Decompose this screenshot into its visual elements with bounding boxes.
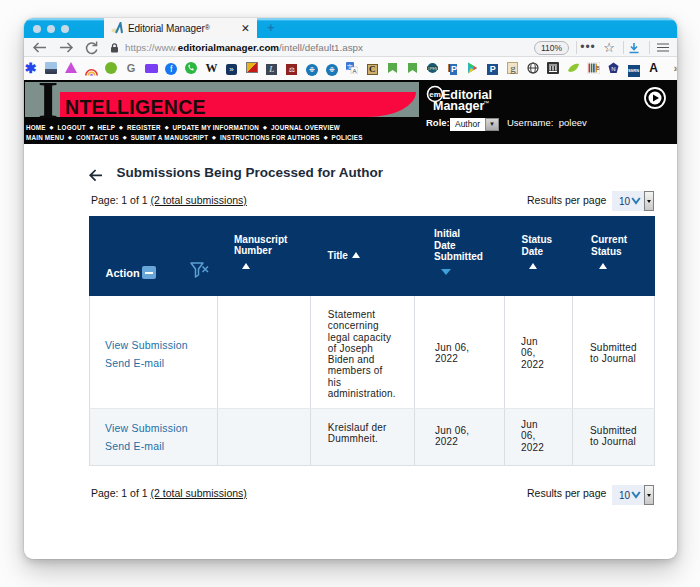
svg-text:Manager: Manager xyxy=(433,99,485,113)
svg-text:N: N xyxy=(611,66,615,72)
svg-text:™: ™ xyxy=(483,100,489,106)
svg-text:B: B xyxy=(596,65,600,71)
svg-text:OPEN: OPEN xyxy=(428,67,438,71)
svg-text:A: A xyxy=(353,68,357,74)
svg-text:em: em xyxy=(429,90,441,99)
